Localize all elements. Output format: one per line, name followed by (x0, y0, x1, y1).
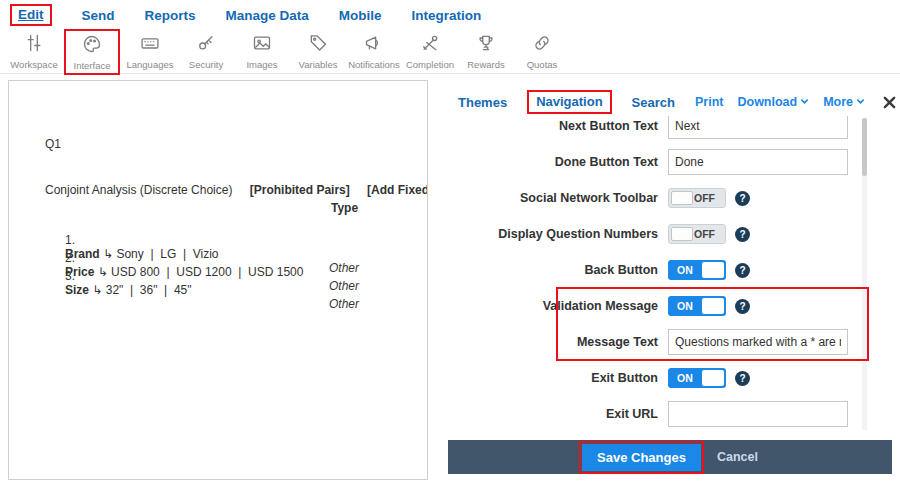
form-row-social-network-toolbar: Social Network Toolbar OFF ? (448, 180, 893, 216)
navigation-settings-form: Next Button Text Done Button Text Social… (448, 108, 893, 432)
conjoint-attribute-list: 1. Brand ↳ Sony | LG | Vizio Other 2. Pr… (45, 219, 428, 273)
nav-item-edit[interactable]: Edit (10, 4, 52, 26)
panel-actions: Print Download More (695, 95, 896, 109)
field-label: Done Button Text (448, 155, 668, 169)
chevron-down-icon (800, 95, 809, 109)
exit-button-toggle[interactable]: ON (668, 368, 726, 388)
done-button-text-input[interactable] (668, 149, 848, 175)
nav-item-send[interactable]: Send (82, 8, 115, 23)
toggle-knob (702, 262, 724, 278)
sliders-icon (24, 33, 44, 57)
question-title: Conjoint Analysis (Discrete Choice) (45, 183, 232, 197)
toolbar-item-variables[interactable]: Variables (290, 33, 346, 70)
field-label: Validation Message (448, 299, 668, 313)
footer-action-bar: Save Changes Cancel (448, 440, 892, 474)
toolbar-item-workspace[interactable]: Workspace (6, 33, 62, 70)
image-icon (252, 33, 272, 57)
toolbar-item-completion[interactable]: Completion (402, 33, 458, 70)
nav-item-mobile[interactable]: Mobile (339, 8, 382, 23)
top-navigation: Edit Send Reports Manage Data Mobile Int… (0, 0, 900, 30)
toggle-knob (702, 298, 724, 314)
chevron-down-icon (856, 95, 865, 109)
save-changes-button[interactable]: Save Changes (582, 444, 701, 471)
attribute-type: Other (329, 279, 359, 293)
field-label: Display Question Numbers (448, 227, 668, 241)
display-question-numbers-toggle[interactable]: OFF (668, 224, 726, 244)
tag-icon (308, 33, 328, 57)
type-column-header: Type (331, 201, 358, 215)
toolbar-item-languages[interactable]: Languages (122, 33, 178, 70)
close-icon[interactable] (883, 96, 896, 109)
toolbar-item-rewards[interactable]: Rewards (458, 33, 514, 70)
survey-preview-panel: Q1 Conjoint Analysis (Discrete Choice) [… (8, 80, 428, 480)
tab-themes[interactable]: Themes (458, 95, 507, 110)
tab-navigation[interactable]: Navigation (527, 90, 611, 114)
form-row-done-button-text: Done Button Text (448, 144, 893, 180)
form-row-validation-message: Validation Message ON ? (448, 288, 893, 324)
field-label: Message Text (448, 335, 668, 349)
palette-icon (82, 34, 102, 58)
nav-item-integration[interactable]: Integration (412, 8, 482, 23)
attribute-row: 3. Size ↳ 32" | 36" | 45" Other (45, 255, 428, 273)
field-label: Back Button (448, 263, 668, 277)
exit-url-input[interactable] (668, 401, 848, 427)
attribute-type: Other (329, 297, 359, 311)
toolbar-item-images[interactable]: Images (234, 33, 290, 70)
help-icon[interactable]: ? (735, 227, 750, 242)
trophy-icon (476, 33, 496, 57)
validation-message-group: Validation Message ON ? Message Text (448, 288, 893, 360)
attribute-row: 1. Brand ↳ Sony | LG | Vizio Other (45, 219, 428, 237)
more-link[interactable]: More (823, 95, 865, 109)
toggle-knob (671, 191, 693, 205)
key-icon (196, 33, 216, 57)
field-label: Next Button Text (448, 119, 668, 133)
toggle-knob (702, 370, 724, 386)
tab-search[interactable]: Search (632, 95, 675, 110)
help-icon[interactable]: ? (735, 371, 750, 386)
message-text-input[interactable] (668, 329, 848, 355)
back-button-toggle[interactable]: ON (668, 260, 726, 280)
help-icon[interactable]: ? (735, 191, 750, 206)
edit-toolbar: Workspace Interface Languages Security I… (0, 30, 900, 74)
field-label: Exit URL (448, 407, 668, 421)
social-network-toolbar-toggle[interactable]: OFF (668, 188, 726, 208)
keyboard-icon (140, 33, 160, 57)
toggle-knob (671, 227, 693, 241)
help-icon[interactable]: ? (735, 299, 750, 314)
help-icon[interactable]: ? (735, 263, 750, 278)
toolbar-item-interface[interactable]: Interface (64, 29, 120, 75)
toolbar-item-quotas[interactable]: Quotas (514, 33, 570, 70)
next-button-text-input[interactable] (668, 113, 848, 139)
field-label: Exit Button (448, 371, 668, 385)
form-row-exit-url: Exit URL (448, 396, 893, 432)
nav-item-manage-data[interactable]: Manage Data (226, 8, 309, 23)
validation-message-toggle[interactable]: ON (668, 296, 726, 316)
settings-tab-bar: Themes Navigation Search Print Download … (448, 88, 893, 116)
form-row-message-text: Message Text (448, 324, 893, 360)
cancel-link[interactable]: Cancel (717, 450, 758, 464)
megaphone-icon (364, 33, 384, 57)
print-link[interactable]: Print (695, 95, 723, 109)
nav-item-reports[interactable]: Reports (145, 8, 196, 23)
interface-settings-panel: Themes Navigation Search Print Download … (448, 88, 893, 480)
attribute-row: 2. Price ↳ USD 800 | USD 1200 | USD 1500… (45, 237, 428, 255)
prohibited-pairs-link[interactable]: [Prohibited Pairs] (250, 183, 350, 197)
add-fixed-tasks-link[interactable]: [Add Fixed Tasks] (367, 183, 428, 197)
form-row-exit-button: Exit Button ON ? (448, 360, 893, 396)
form-row-display-question-numbers: Display Question Numbers OFF ? (448, 216, 893, 252)
question-code: Q1 (45, 137, 61, 151)
field-label: Social Network Toolbar (448, 191, 668, 205)
download-link[interactable]: Download (737, 95, 809, 109)
toolbar-item-security[interactable]: Security (178, 33, 234, 70)
question-title-row: Conjoint Analysis (Discrete Choice) [Pro… (45, 183, 428, 197)
tools-icon (420, 33, 440, 57)
form-row-back-button: Back Button ON ? (448, 252, 893, 288)
toolbar-item-notifications[interactable]: Notifications (346, 33, 402, 70)
chain-link-icon (532, 33, 552, 57)
